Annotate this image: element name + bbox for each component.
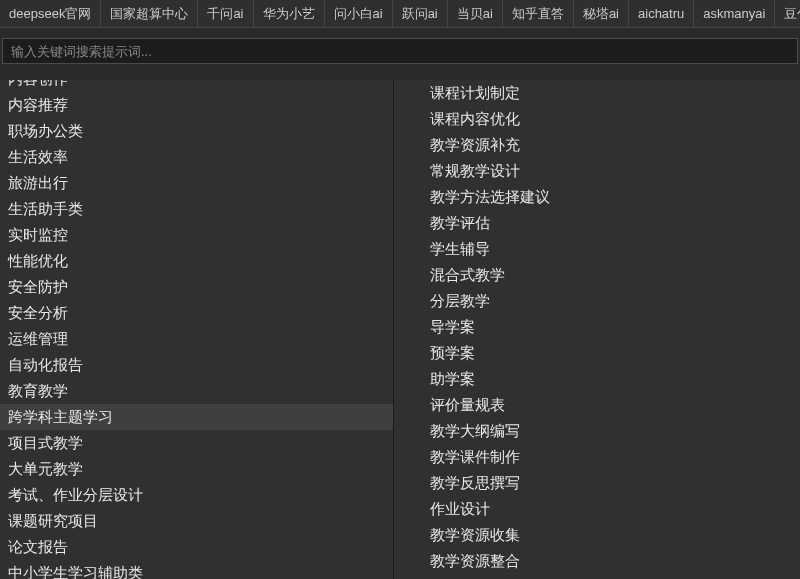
- tab-10[interactable]: askmanyai: [694, 0, 775, 28]
- category-item[interactable]: 旅游出行: [0, 170, 393, 196]
- tab-1[interactable]: 国家超算中心: [101, 0, 198, 28]
- category-item[interactable]: 自动化报告: [0, 352, 393, 378]
- category-item[interactable]: 跨学科主题学习: [0, 404, 393, 430]
- category-item[interactable]: 生活效率: [0, 144, 393, 170]
- category-item[interactable]: 安全防护: [0, 274, 393, 300]
- subcategory-item[interactable]: 教学大纲编写: [394, 418, 800, 444]
- category-item[interactable]: 性能优化: [0, 248, 393, 274]
- tab-2[interactable]: 千问ai: [198, 0, 253, 28]
- subcategory-item[interactable]: 教学资源收集: [394, 522, 800, 548]
- subcategory-item[interactable]: 教学方法选择建议: [394, 184, 800, 210]
- subcategory-item[interactable]: 评价量规表: [394, 392, 800, 418]
- tab-5[interactable]: 跃问ai: [393, 0, 448, 28]
- subcategory-item[interactable]: 教学评估: [394, 210, 800, 236]
- subcategory-item[interactable]: 课程计划制定: [394, 80, 800, 106]
- subcategory-item[interactable]: 教学反思撰写: [394, 470, 800, 496]
- subcategory-panel[interactable]: 课程计划制定课程内容优化教学资源补充常规教学设计教学方法选择建议教学评估学生辅导…: [394, 80, 800, 579]
- search-input[interactable]: [2, 38, 798, 64]
- subcategory-item[interactable]: 教学课件制作: [394, 444, 800, 470]
- tab-0[interactable]: deepseek官网: [0, 0, 101, 28]
- category-item[interactable]: 内容推荐: [0, 92, 393, 118]
- panels-container: 预测模型内容创作内容推荐职场办公类生活效率旅游出行生活助手类实时监控性能优化安全…: [0, 80, 800, 579]
- category-item[interactable]: 中小学生学习辅助类: [0, 560, 393, 579]
- subcategory-item[interactable]: 常规教学设计: [394, 158, 800, 184]
- tab-bar: deepseek官网国家超算中心千问ai华为小艺问小白ai跃问ai当贝ai知乎直…: [0, 0, 800, 28]
- subcategory-item[interactable]: 导学案: [394, 314, 800, 340]
- subcategory-item[interactable]: 作业设计: [394, 496, 800, 522]
- subcategory-item[interactable]: 助学案: [394, 366, 800, 392]
- category-item[interactable]: 内容创作: [0, 80, 393, 92]
- subcategory-item[interactable]: 学生辅导: [394, 236, 800, 262]
- category-item[interactable]: 项目式教学: [0, 430, 393, 456]
- tab-7[interactable]: 知乎直答: [503, 0, 574, 28]
- category-panel[interactable]: 预测模型内容创作内容推荐职场办公类生活效率旅游出行生活助手类实时监控性能优化安全…: [0, 80, 394, 579]
- category-item[interactable]: 实时监控: [0, 222, 393, 248]
- category-item[interactable]: 职场办公类: [0, 118, 393, 144]
- subcategory-item[interactable]: 教学资源补充: [394, 132, 800, 158]
- tab-8[interactable]: 秘塔ai: [574, 0, 629, 28]
- category-item[interactable]: 考试、作业分层设计: [0, 482, 393, 508]
- tab-6[interactable]: 当贝ai: [448, 0, 503, 28]
- tab-11[interactable]: 豆包ai: [775, 0, 800, 28]
- tab-9[interactable]: aichatru: [629, 0, 694, 28]
- subcategory-item[interactable]: 预学案: [394, 340, 800, 366]
- category-item[interactable]: 安全分析: [0, 300, 393, 326]
- subcategory-item[interactable]: 分层教学: [394, 288, 800, 314]
- subcategory-item[interactable]: 混合式教学: [394, 262, 800, 288]
- category-item[interactable]: 大单元教学: [0, 456, 393, 482]
- category-item[interactable]: 运维管理: [0, 326, 393, 352]
- subcategory-item[interactable]: 教学资源整合: [394, 548, 800, 574]
- tab-3[interactable]: 华为小艺: [254, 0, 325, 28]
- subcategory-item[interactable]: 课程标准解读: [394, 574, 800, 579]
- subcategory-item[interactable]: 课程内容优化: [394, 106, 800, 132]
- tab-4[interactable]: 问小白ai: [325, 0, 393, 28]
- category-item[interactable]: 课题研究项目: [0, 508, 393, 534]
- category-item[interactable]: 生活助手类: [0, 196, 393, 222]
- category-item[interactable]: 论文报告: [0, 534, 393, 560]
- search-row: [0, 38, 800, 64]
- category-item[interactable]: 教育教学: [0, 378, 393, 404]
